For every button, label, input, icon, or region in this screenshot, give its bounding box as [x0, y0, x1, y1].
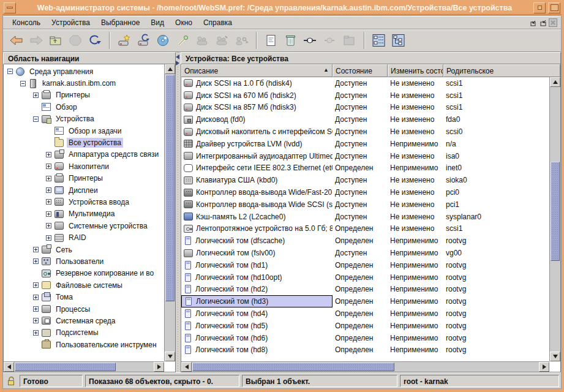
- cell-description[interactable]: Диск SCSI на 670 Мб (hdisk2): [181, 89, 333, 102]
- table-row[interactable]: Клавиатура США (kbd0)ДоступенНе изменено…: [181, 174, 549, 186]
- view-details-button[interactable]: [369, 31, 389, 50]
- tree-item-label[interactable]: Устройства ввода: [67, 197, 131, 207]
- expand-icon[interactable]: [46, 199, 51, 205]
- tree-vscroll-thumb[interactable]: [165, 75, 175, 301]
- expand-icon[interactable]: [33, 330, 39, 336]
- tree-item-label[interactable]: Дисплеи: [67, 186, 100, 195]
- tree-item-label[interactable]: Мультимедиа: [67, 209, 116, 219]
- table-row[interactable]: Интерфейс сети IEEE 802.3 Ethernet (et0)…: [181, 162, 549, 175]
- restore-all-icon[interactable]: [539, 18, 547, 26]
- menu-окно[interactable]: Окно: [170, 17, 198, 28]
- collapse-icon[interactable]: [7, 69, 13, 74]
- table-row[interactable]: Логический том (hd5)ОпределенНеприменимо…: [181, 320, 549, 332]
- table-row[interactable]: Драйвер устройства LVM (lvdd)ДоступенНеп…: [181, 138, 549, 150]
- collapse-right-icon[interactable]: [176, 61, 179, 66]
- tree-item-label[interactable]: Накопители: [67, 162, 111, 172]
- scroll-left-icon[interactable]: [181, 362, 192, 372]
- scroll-right-icon[interactable]: [154, 362, 164, 372]
- rediscover-device-button[interactable]: [134, 31, 154, 50]
- tree-item-13[interactable]: Системные устройства: [4, 220, 164, 232]
- tree-item-5[interactable]: Обзор и задачи: [4, 125, 164, 137]
- tree-item-18[interactable]: Файловые системы: [4, 279, 164, 291]
- collapse-left-icon[interactable]: [176, 55, 179, 59]
- column-header-1[interactable]: Состояние: [333, 64, 388, 77]
- expand-icon[interactable]: [33, 295, 39, 300]
- enable-device-button[interactable]: [301, 31, 320, 50]
- cell-description[interactable]: Логический том (dfscache): [181, 235, 333, 247]
- tree-item-label[interactable]: Аппаратура средств связи: [67, 149, 160, 159]
- tree-item-23[interactable]: Пользовательские инструмен: [4, 339, 164, 350]
- expand-icon[interactable]: [46, 187, 51, 193]
- scroll-left-icon[interactable]: [4, 362, 14, 372]
- table-row[interactable]: Лентопротяжное устройство на 5.0 Гб; 8 м…: [181, 223, 549, 235]
- cell-description[interactable]: Логический том (hd5): [181, 320, 333, 332]
- tree-item-label[interactable]: Подсистемы: [54, 328, 100, 337]
- new-device-button[interactable]: [115, 31, 134, 50]
- table-row[interactable]: Диск SCSI на 857 Мб (hdisk3)ДоступенНе и…: [181, 102, 549, 114]
- tree-item-2[interactable]: Принтеры: [4, 89, 164, 101]
- table-row[interactable]: Диск SCSI на 1.0 Гб (hdisk4)ДоступенНе и…: [181, 77, 549, 89]
- tree-item-3[interactable]: Обзор: [4, 101, 164, 113]
- minimize-icon[interactable]: [533, 2, 546, 13]
- table-row[interactable]: Логический том (hd1)ОпределенНеприменимо…: [181, 259, 549, 271]
- scroll-up-icon[interactable]: [550, 77, 560, 87]
- web-config-button[interactable]: [154, 31, 173, 50]
- tree-item-label[interactable]: Все устройства: [67, 138, 123, 148]
- menu-устройства[interactable]: Устройства: [46, 17, 96, 28]
- cell-description[interactable]: Дисковый накопитель с интерфейсом SCSI .…: [181, 126, 333, 138]
- tree-item-label[interactable]: karnak.austin.ibm.com: [40, 78, 118, 88]
- back-button[interactable]: [7, 31, 26, 50]
- expand-icon[interactable]: [33, 92, 39, 98]
- table-row[interactable]: Логический том (hd3)ОпределенНеприменимо…: [181, 295, 549, 307]
- cell-description[interactable]: Логический том (fslv00): [181, 247, 333, 259]
- tree-item-16[interactable]: Пользователи: [4, 255, 164, 267]
- cell-description[interactable]: Лентопротяжное устройство на 5.0 Гб; 8 м…: [181, 223, 333, 235]
- collapse-icon[interactable]: [20, 81, 26, 86]
- table-row[interactable]: Диск SCSI на 670 Мб (hdisk2)ДоступенНе и…: [181, 89, 549, 102]
- table-row[interactable]: Логический том (fslv00)ДоступенНепримени…: [181, 247, 549, 259]
- cell-description[interactable]: Контроллер ввода-вывода Wide/Fast-20 SCS…: [181, 186, 333, 198]
- tree-item-label[interactable]: Файловые системы: [54, 281, 124, 290]
- cell-description[interactable]: Логический том (hd3): [181, 295, 333, 307]
- tree-hscroll-thumb[interactable]: [15, 363, 116, 371]
- tree-item-7[interactable]: Аппаратура средств связи: [4, 149, 164, 160]
- cell-description[interactable]: Диск SCSI на 1.0 Гб (hdisk4): [181, 77, 333, 89]
- tree-item-label[interactable]: Системная среда: [54, 316, 118, 326]
- tree-item-label[interactable]: RAID: [67, 233, 88, 243]
- cell-description[interactable]: Логический том (hd1): [181, 259, 333, 271]
- tree-item-label[interactable]: Резервное копирование и во: [54, 268, 156, 278]
- expand-icon[interactable]: [46, 176, 51, 181]
- cell-description[interactable]: Интегрированный аудиоадаптер Ultimedia .…: [181, 150, 333, 162]
- tree-item-12[interactable]: Мультимедиа: [4, 208, 164, 220]
- tree-horizontal-scrollbar[interactable]: [4, 361, 164, 372]
- scroll-up-icon[interactable]: [165, 64, 175, 74]
- properties-button[interactable]: [261, 31, 281, 50]
- tree-item-17[interactable]: Резервное копирование и во: [4, 268, 164, 279]
- table-hscroll-thumb[interactable]: [192, 363, 394, 371]
- cell-description[interactable]: Логический том (hd2): [181, 284, 333, 296]
- table-row[interactable]: Логический том (hd2)ОпределенНеприменимо…: [181, 284, 549, 296]
- tree-item-label[interactable]: Пользователи: [54, 257, 105, 266]
- column-header-3[interactable]: Родительское: [443, 64, 560, 77]
- scroll-right-icon[interactable]: [539, 362, 549, 372]
- tree-item-15[interactable]: Сеть: [4, 244, 164, 255]
- table-row[interactable]: Дисковод (fd0)ДоступенНе измененоfda0: [181, 113, 549, 126]
- tree-item-19[interactable]: Тома: [4, 291, 164, 303]
- expand-icon[interactable]: [33, 318, 39, 323]
- collapse-icon[interactable]: [33, 116, 39, 122]
- close-window-icon[interactable]: [549, 18, 557, 27]
- tree-item-label[interactable]: Принтеры: [67, 173, 105, 183]
- cell-description[interactable]: Диск SCSI на 857 Мб (hdisk3): [181, 102, 333, 114]
- tree-item-14[interactable]: RAID: [4, 232, 164, 243]
- tree-item-20[interactable]: Процессы: [4, 303, 164, 315]
- table-row[interactable]: Логический том (hd10opt)ОпределенНеприме…: [181, 271, 549, 284]
- tree-item-21[interactable]: Системная среда: [4, 315, 164, 326]
- column-header-0[interactable]: Описание▲: [181, 64, 333, 77]
- cell-description[interactable]: Клавиатура США (kbd0): [181, 174, 333, 186]
- tree-item-label[interactable]: Пользовательские инструмен: [54, 340, 159, 350]
- table-row[interactable]: Логический том (hd6)ОпределенНеприменимо…: [181, 332, 549, 344]
- tree-vertical-scrollbar[interactable]: [164, 64, 175, 361]
- tree-item-22[interactable]: Подсистемы: [4, 327, 164, 339]
- cell-description[interactable]: Драйвер устройства LVM (lvdd): [181, 138, 333, 150]
- menu-справка[interactable]: Справка: [198, 17, 238, 28]
